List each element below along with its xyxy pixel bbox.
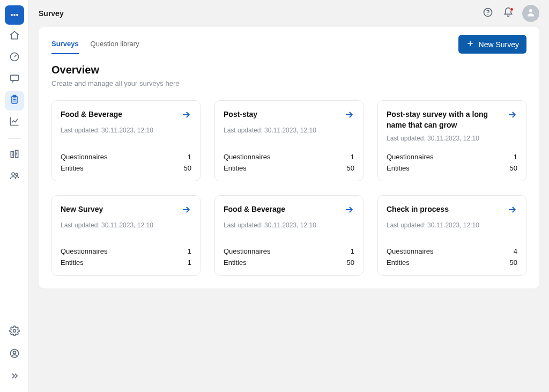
stat-value-questionnaires: 1	[188, 247, 191, 255]
survey-card-title: Check in process	[387, 204, 501, 215]
stat-value-questionnaires: 1	[351, 153, 354, 161]
plus-icon	[466, 39, 474, 49]
sidebar	[0, 0, 29, 392]
stat-label-entities: Entities	[387, 164, 410, 172]
stat-value-entities: 1	[188, 258, 191, 267]
survey-card[interactable]: Food & Beverage Last updated: 30.11.2023…	[51, 100, 201, 181]
survey-card[interactable]: Check in process Last updated: 30.11.202…	[377, 195, 526, 276]
stat-value-entities: 50	[347, 164, 354, 172]
stat-value-questionnaires: 1	[514, 153, 517, 161]
nav-expand[interactable]	[5, 367, 24, 387]
svg-point-10	[16, 173, 18, 175]
survey-card-title: Post-stay	[224, 109, 338, 120]
survey-card[interactable]: Post-stay survey with a long name that c…	[377, 100, 526, 181]
stat-value-entities: 50	[510, 164, 517, 172]
stat-value-entities: 50	[510, 258, 517, 267]
svg-rect-0	[11, 14, 12, 16]
stat-label-questionnaires: Questionnaires	[224, 247, 270, 255]
notification-dot	[510, 8, 514, 11]
survey-card-title: Food & Beverage	[61, 109, 175, 120]
chevron-double-right-icon	[9, 371, 20, 383]
survey-card-updated: Last updated: 30.11.2023, 12:10	[387, 135, 517, 142]
tab-surveys[interactable]: Surveys	[51, 34, 79, 54]
arrow-right-icon	[181, 109, 191, 122]
arrow-right-icon	[181, 204, 191, 217]
survey-card-title: New Survey	[61, 204, 175, 215]
stat-label-entities: Entities	[61, 164, 84, 172]
nav-entities[interactable]	[5, 145, 24, 165]
stat-value-questionnaires: 1	[188, 153, 191, 161]
gauge-icon	[9, 51, 20, 64]
arrow-right-icon	[344, 204, 354, 217]
overview-heading: Overview	[51, 64, 526, 76]
svg-point-13	[13, 351, 16, 354]
help-button[interactable]	[481, 7, 494, 20]
nav-analytics[interactable]	[5, 113, 24, 132]
stat-label-questionnaires: Questionnaires	[224, 153, 270, 161]
nav-users[interactable]	[5, 167, 24, 186]
new-survey-button[interactable]: New Survey	[458, 35, 526, 54]
nav-settings[interactable]	[5, 322, 24, 342]
survey-card-updated: Last updated: 30.11.2023, 12:10	[61, 221, 191, 229]
survey-card[interactable]: Post-stay Last updated: 30.11.2023, 12:1…	[214, 100, 363, 181]
arrow-right-icon	[507, 204, 517, 217]
arrow-right-icon	[344, 109, 354, 122]
stat-label-questionnaires: Questionnaires	[61, 153, 107, 161]
stat-value-questionnaires: 4	[514, 247, 517, 255]
comment-icon	[9, 73, 20, 86]
overview-subheading: Create and manage all your surveys here	[51, 79, 526, 87]
svg-rect-2	[16, 14, 18, 16]
avatar-button[interactable]	[522, 5, 539, 22]
nav-surveys[interactable]	[5, 91, 24, 110]
nav-home[interactable]	[5, 27, 24, 46]
help-icon	[483, 7, 493, 20]
clipboard-icon	[9, 94, 20, 107]
survey-card[interactable]: New Survey Last updated: 30.11.2023, 12:…	[51, 195, 201, 276]
survey-card-title: Food & Beverage	[224, 204, 338, 215]
sidebar-divider	[8, 138, 21, 139]
svg-point-9	[12, 173, 14, 175]
page-title: Survey	[39, 9, 64, 18]
svg-point-15	[487, 14, 488, 15]
survey-cards-grid: Food & Beverage Last updated: 30.11.2023…	[51, 100, 526, 276]
stat-label-questionnaires: Questionnaires	[61, 247, 107, 255]
stat-label-entities: Entities	[224, 258, 247, 267]
stat-value-entities: 50	[184, 164, 191, 172]
user-circle-icon	[9, 348, 20, 361]
stat-value-questionnaires: 1	[351, 247, 354, 255]
notifications-button[interactable]	[502, 7, 515, 20]
topbar: Survey	[29, 0, 549, 27]
survey-card-updated: Last updated: 30.11.2023, 12:10	[224, 221, 354, 229]
stat-label-questionnaires: Questionnaires	[387, 247, 433, 255]
stat-value-entities: 50	[347, 258, 354, 267]
stat-label-entities: Entities	[224, 164, 247, 172]
gear-icon	[9, 326, 20, 338]
survey-card-updated: Last updated: 30.11.2023, 12:10	[224, 127, 354, 134]
users-icon	[9, 170, 20, 183]
nav-dashboard[interactable]	[5, 48, 24, 68]
nav-comments[interactable]	[5, 70, 24, 89]
nav-profile[interactable]	[5, 345, 24, 364]
arrow-right-icon	[507, 109, 517, 122]
user-icon	[526, 8, 536, 19]
home-icon	[9, 30, 20, 43]
stat-label-questionnaires: Questionnaires	[387, 153, 433, 161]
content-card: Surveys Question library New Survey Over…	[39, 27, 539, 289]
survey-card-updated: Last updated: 30.11.2023, 12:10	[61, 127, 191, 134]
tab-question-library[interactable]: Question library	[91, 34, 139, 54]
analytics-icon	[9, 116, 20, 129]
stat-label-entities: Entities	[387, 258, 410, 267]
survey-card[interactable]: Food & Beverage Last updated: 30.11.2023…	[214, 195, 363, 276]
building-icon	[9, 149, 20, 161]
svg-rect-1	[13, 14, 15, 16]
svg-point-11	[13, 330, 16, 332]
tabs: Surveys Question library	[51, 34, 139, 54]
svg-point-16	[529, 9, 532, 12]
app-logo[interactable]	[5, 5, 24, 25]
survey-card-title: Post-stay survey with a long name that c…	[387, 109, 501, 130]
survey-card-updated: Last updated: 30.11.2023, 12:10	[387, 221, 517, 229]
stat-label-entities: Entities	[61, 258, 84, 267]
new-survey-button-label: New Survey	[479, 40, 519, 49]
